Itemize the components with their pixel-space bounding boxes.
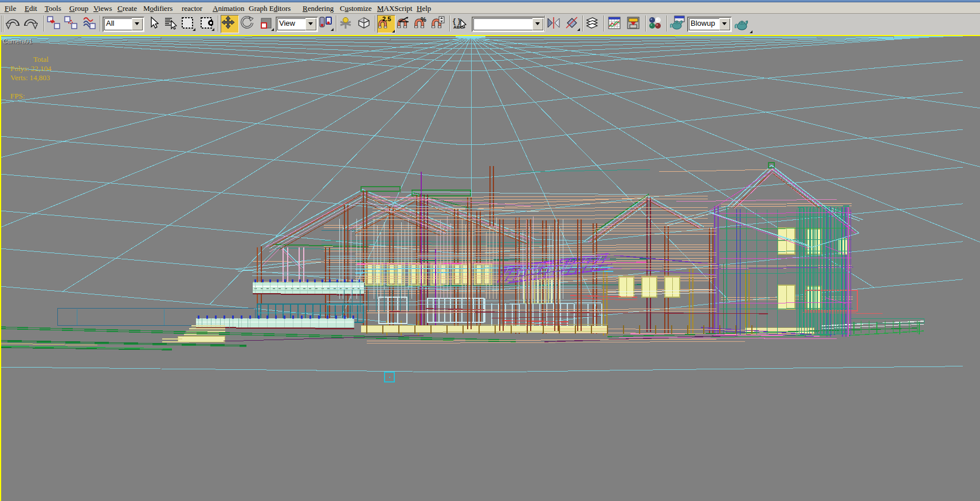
svg-text:%: % xyxy=(421,16,426,23)
svg-text:{ }: { } xyxy=(453,17,461,25)
svg-text:2.5: 2.5 xyxy=(382,15,391,22)
